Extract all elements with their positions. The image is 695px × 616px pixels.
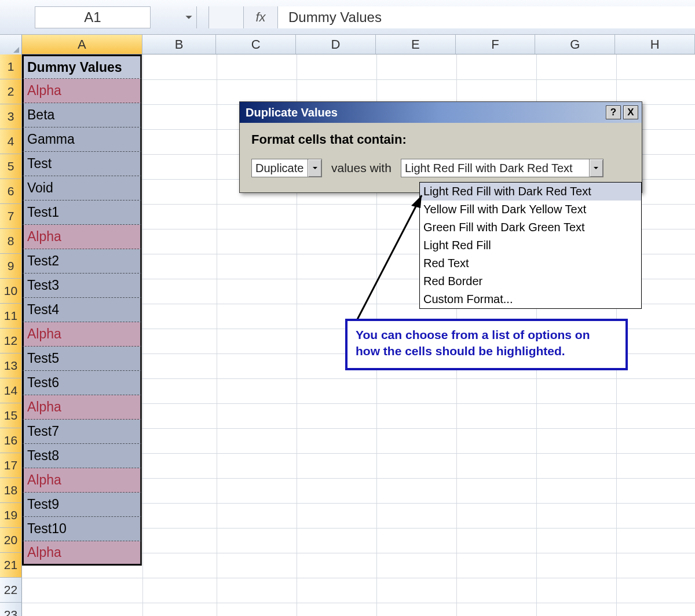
row-headers: 1234567891011121314151617181920212223 bbox=[0, 54, 22, 616]
row-header-14[interactable]: 14 bbox=[0, 378, 22, 403]
chevron-down-icon bbox=[312, 165, 318, 171]
format-option[interactable]: Yellow Fill with Dark Yellow Text bbox=[420, 201, 641, 218]
row-header-4[interactable]: 4 bbox=[0, 129, 22, 154]
cell-A5[interactable]: Test bbox=[22, 152, 142, 176]
combo1-button[interactable] bbox=[308, 159, 321, 177]
row-header-8[interactable]: 8 bbox=[0, 229, 22, 254]
name-box[interactable]: A1 bbox=[35, 6, 151, 28]
row-header-9[interactable]: 9 bbox=[0, 254, 22, 279]
format-option[interactable]: Custom Format... bbox=[420, 290, 641, 308]
row-header-12[interactable]: 12 bbox=[0, 329, 22, 353]
duplicate-values-dialog: Duplicate Values ? X Format cells that c… bbox=[239, 101, 642, 193]
row-header-7[interactable]: 7 bbox=[0, 204, 22, 229]
col-header-C[interactable]: C bbox=[216, 35, 296, 54]
dialog-help-button[interactable]: ? bbox=[606, 105, 621, 119]
row-header-13[interactable]: 13 bbox=[0, 353, 22, 378]
col-header-E[interactable]: E bbox=[376, 35, 456, 54]
row-header-17[interactable]: 17 bbox=[0, 453, 22, 478]
chevron-down-icon bbox=[185, 13, 193, 21]
row-header-10[interactable]: 10 bbox=[0, 279, 22, 304]
row-header-18[interactable]: 18 bbox=[0, 478, 22, 503]
col-header-F[interactable]: F bbox=[456, 35, 536, 54]
row-header-5[interactable]: 5 bbox=[0, 154, 22, 179]
row-header-2[interactable]: 2 bbox=[0, 79, 22, 104]
annotation-callout: You can choose from a list of options on… bbox=[345, 319, 628, 370]
cell-A19[interactable]: Test9 bbox=[22, 493, 142, 517]
dialog-body-label: Format cells that contain: bbox=[251, 132, 630, 147]
cell-A7[interactable]: Test1 bbox=[22, 201, 142, 225]
dialog-controls-row: Duplicate values with Light Red Fill wit… bbox=[251, 159, 630, 177]
cell-A3[interactable]: Beta bbox=[22, 103, 142, 127]
cell-A13[interactable]: Test5 bbox=[22, 347, 142, 371]
row-header-22[interactable]: 22 bbox=[0, 578, 22, 603]
column-headers: A B C D E F G H bbox=[0, 35, 695, 54]
format-style-combo[interactable]: Light Red Fill with Dark Red Text bbox=[401, 159, 603, 177]
col-header-B[interactable]: B bbox=[142, 35, 217, 54]
formula-bar[interactable]: Dummy Values bbox=[278, 6, 695, 28]
values-with-label: values with bbox=[331, 161, 392, 175]
name-box-dropdown[interactable] bbox=[151, 6, 197, 28]
cell-A21[interactable]: Alpha bbox=[22, 541, 142, 566]
cell-A8[interactable]: Alpha bbox=[22, 225, 142, 249]
row-header-21[interactable]: 21 bbox=[0, 553, 22, 578]
row-header-19[interactable]: 19 bbox=[0, 503, 22, 528]
cell-A15[interactable]: Alpha bbox=[22, 395, 142, 420]
dialog-close-button[interactable]: X bbox=[623, 105, 638, 119]
format-option[interactable]: Red Text bbox=[420, 254, 641, 272]
fx-area: fx bbox=[209, 6, 278, 28]
select-all-corner[interactable] bbox=[0, 35, 22, 54]
row-header-15[interactable]: 15 bbox=[0, 403, 22, 428]
worksheet: A B C D E F G H 123456789101112131415161… bbox=[0, 35, 695, 616]
fx-label[interactable]: fx bbox=[243, 6, 278, 28]
format-option[interactable]: Light Red Fill with Dark Red Text bbox=[420, 183, 641, 201]
cells-column-A: Dummy ValuesAlphaBetaGammaTestVoidTest1A… bbox=[22, 54, 142, 566]
combo1-text: Duplicate bbox=[252, 161, 308, 176]
cell-A11[interactable]: Test4 bbox=[22, 298, 142, 322]
cell-A20[interactable]: Test10 bbox=[22, 517, 142, 541]
dialog-title-text: Duplicate Values bbox=[246, 106, 338, 119]
cell-A4[interactable]: Gamma bbox=[22, 127, 142, 152]
row-header-11[interactable]: 11 bbox=[0, 304, 22, 329]
cell-A12[interactable]: Alpha bbox=[22, 322, 142, 347]
col-header-D[interactable]: D bbox=[296, 35, 376, 54]
cell-A16[interactable]: Test7 bbox=[22, 420, 142, 444]
cell-A6[interactable]: Void bbox=[22, 176, 142, 201]
combo2-button[interactable] bbox=[589, 159, 603, 177]
cell-A14[interactable]: Test6 bbox=[22, 371, 142, 395]
col-header-G[interactable]: G bbox=[535, 35, 615, 54]
row-header-6[interactable]: 6 bbox=[0, 179, 22, 204]
col-header-A[interactable]: A bbox=[22, 35, 142, 54]
col-header-H[interactable]: H bbox=[615, 35, 695, 54]
format-style-dropdown-list: Light Red Fill with Dark Red TextYellow … bbox=[419, 182, 642, 309]
row-header-23[interactable]: 23 bbox=[0, 603, 22, 616]
format-option[interactable]: Light Red Fill bbox=[420, 236, 641, 254]
row-header-1[interactable]: 1 bbox=[0, 54, 22, 79]
cell-A2[interactable]: Alpha bbox=[22, 79, 142, 103]
format-option[interactable]: Green Fill with Dark Green Text bbox=[420, 218, 641, 236]
formula-bar-area: A1 fx Dummy Values bbox=[0, 0, 695, 35]
cell-A10[interactable]: Test3 bbox=[22, 274, 142, 298]
dialog-titlebar[interactable]: Duplicate Values ? X bbox=[240, 102, 642, 123]
combo2-text: Light Red Fill with Dark Red Text bbox=[401, 161, 589, 176]
row-header-20[interactable]: 20 bbox=[0, 528, 22, 553]
row-header-16[interactable]: 16 bbox=[0, 428, 22, 453]
cell-A17[interactable]: Test8 bbox=[22, 444, 142, 468]
fx-cancel-area bbox=[209, 6, 243, 28]
duplicate-unique-combo[interactable]: Duplicate bbox=[251, 159, 322, 177]
cell-A9[interactable]: Test2 bbox=[22, 249, 142, 274]
format-option[interactable]: Red Border bbox=[420, 272, 641, 290]
row-header-3[interactable]: 3 bbox=[0, 104, 22, 129]
cell-A1[interactable]: Dummy Values bbox=[22, 54, 142, 79]
cell-A18[interactable]: Alpha bbox=[22, 468, 142, 493]
chevron-down-icon bbox=[593, 165, 599, 171]
